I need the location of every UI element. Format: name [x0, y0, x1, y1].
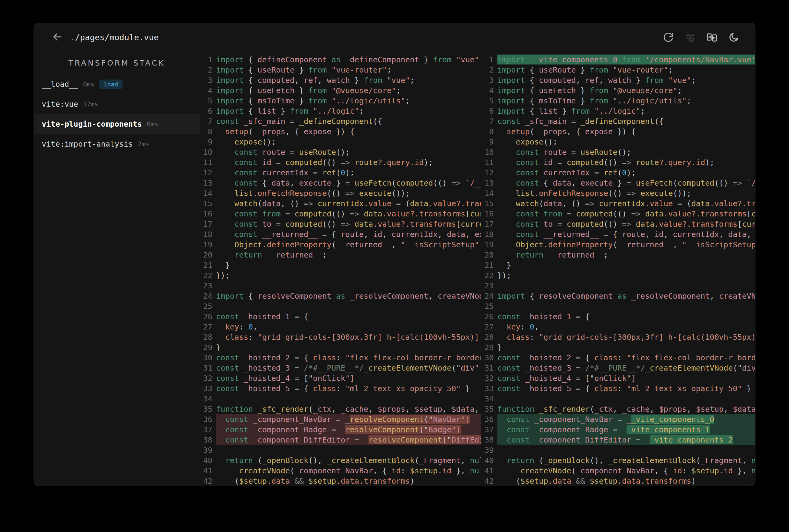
code-text: const id = computed(() => route?.query.i… [497, 157, 755, 168]
code-line: 14 list.onFetchResponse(() => execute())… [481, 188, 755, 198]
line-number: 19 [200, 240, 213, 250]
code-line: 38 const _component_DiffEditor = _resolv… [200, 435, 481, 445]
line-number: 12 [200, 168, 213, 178]
code-text: import { useRoute } from "vue-router"; [216, 65, 481, 75]
code-text: const _hoisted_5 = { class: "ml-2 text-x… [216, 383, 481, 394]
code-line: 8 setup(__props, { expose }) { [200, 126, 481, 137]
line-number: 11 [481, 157, 494, 168]
code-text: const { data, execute } = useFetch(compu… [497, 178, 755, 188]
code-text: expose(); [497, 137, 755, 147]
line-number: 6 [481, 106, 494, 116]
code-text: return (_openBlock(), _createElementBloc… [497, 455, 755, 466]
plugin-name: vite:vue [42, 100, 78, 109]
code-line: 11 const id = computed(() => route?.quer… [200, 157, 481, 168]
code-text: const route = useRoute(); [497, 147, 755, 157]
code-text: const _hoisted_3 = /*#__PURE__*/_createE… [216, 363, 481, 373]
code-line: 22}); [481, 270, 755, 281]
code-text: const _hoisted_5 = { class: "ml-2 text-x… [497, 383, 755, 394]
inspector-window: ./pages/module.vue TRANSFORM STACK __loa… [34, 23, 755, 486]
code-line: 5import { msToTime } from "../logic/util… [200, 96, 481, 106]
plugin-time: 0ms [147, 120, 158, 128]
code-text: const _component_NavBar = __vite_compone… [497, 414, 755, 424]
code-line: 1import { defineComponent as _defineComp… [200, 54, 481, 65]
line-number: 7 [481, 116, 494, 126]
code-line: 34 [481, 394, 755, 404]
transform-stack-heading: TRANSFORM STACK [34, 52, 200, 74]
line-number: 38 [481, 435, 494, 445]
line-number: 40 [200, 455, 213, 466]
header-bar: ./pages/module.vue [34, 23, 755, 52]
code-text: const from = computed(() => data.value?.… [216, 209, 481, 219]
code-line: 4import { useFetch } from "@vueuse/core"… [200, 85, 481, 96]
transform-stack-item[interactable]: vite-plugin-components0ms [34, 114, 200, 134]
code-text: const route = useRoute(); [216, 147, 481, 157]
dark-mode-icon[interactable] [727, 31, 740, 44]
transform-stack-item[interactable]: vite:import-analysis2ms [34, 134, 200, 154]
code-text: const _hoisted_1 = { [216, 311, 481, 322]
header-actions [662, 31, 740, 44]
back-button[interactable] [51, 31, 63, 44]
line-number: 27 [200, 322, 213, 332]
line-number: 16 [481, 209, 494, 219]
line-number: 35 [200, 404, 213, 414]
code-line: 18 const __returned__ = { route, id, cur… [481, 229, 755, 240]
line-number: 23 [481, 281, 494, 291]
line-number: 22 [481, 270, 494, 281]
code-line: 32const _hoisted_4 = ["onClick"] [481, 373, 755, 383]
line-number: 8 [200, 126, 213, 137]
code-text: expose(); [216, 137, 481, 147]
line-number: 2 [481, 65, 494, 75]
code-line: 20 return __returned__; [481, 250, 755, 260]
code-text: return __returned__; [497, 250, 755, 260]
line-number: 36 [200, 414, 213, 424]
line-number: 18 [481, 229, 494, 240]
line-number: 34 [481, 394, 494, 404]
transform-stack-item[interactable]: __load__0msload [34, 74, 200, 94]
code-text [216, 445, 481, 455]
line-number: 39 [481, 445, 494, 455]
code-line: 22}); [200, 270, 481, 281]
diff-pane-before[interactable]: 1import { defineComponent as _defineComp… [200, 52, 481, 486]
line-number: 30 [481, 353, 494, 363]
line-number: 9 [481, 137, 494, 147]
line-number: 35 [481, 404, 494, 414]
code-line: 39 [200, 445, 481, 455]
code-text: key: 0, [216, 322, 481, 332]
code-text: import { msToTime } from "../logic/utils… [216, 96, 481, 106]
code-line: 7const _sfc_main = _defineComponent({ [200, 116, 481, 126]
line-number: 20 [200, 250, 213, 260]
code-line: 26const _hoisted_1 = { [481, 311, 755, 322]
line-number: 33 [481, 383, 494, 394]
split-diff-icon[interactable] [705, 31, 718, 44]
code-text: watch(data, () => currentIdx.value = (da… [216, 198, 481, 209]
code-text: import { resolveComponent as _resolveCom… [216, 291, 481, 301]
code-line: 30const _hoisted_2 = { class: "flex flex… [481, 353, 755, 363]
code-text: return __returned__; [216, 250, 481, 260]
code-text: const _sfc_main = _defineComponent({ [216, 116, 481, 126]
code-text: } [497, 260, 755, 270]
code-text: import { computed, ref, watch } from "vu… [216, 75, 481, 85]
code-line: 26const _hoisted_1 = { [200, 311, 481, 322]
plugin-time: 17ms [83, 101, 98, 108]
code-text: const currentIdx = ref(0); [216, 168, 481, 178]
line-number: 4 [200, 85, 213, 96]
code-line: 28 class: "grid grid-cols-[300px,3fr] h-… [200, 332, 481, 342]
code-text: import { useFetch } from "@vueuse/core"; [216, 85, 481, 96]
line-number: 20 [481, 250, 494, 260]
code-text: list.onFetchResponse(() => execute()); [216, 188, 481, 198]
code-line: 41 _createVNode(_component_NavBar, { id:… [200, 466, 481, 476]
refresh-icon[interactable] [662, 31, 675, 44]
code-line: 8 setup(__props, { expose }) { [481, 126, 755, 137]
code-line: 16 const from = computed(() => data.valu… [481, 209, 755, 219]
inline-diff-icon[interactable] [684, 31, 696, 44]
diff-pane-after[interactable]: 1import __vite_components_0 from '/compo… [481, 52, 755, 486]
code-text: import __vite_components_0 from '/compon… [497, 54, 755, 65]
code-text: import { resolveComponent as _resolveCom… [497, 291, 755, 301]
line-number: 33 [200, 383, 213, 394]
code-line: 21 } [200, 260, 481, 270]
code-text: const _hoisted_3 = /*#__PURE__*/_createE… [497, 363, 755, 373]
line-number: 26 [200, 311, 213, 322]
code-line: 11 const id = computed(() => route?.quer… [481, 157, 755, 168]
code-line: 17 const to = computed(() => data.value?… [481, 219, 755, 229]
transform-stack-item[interactable]: vite:vue17ms [34, 94, 200, 114]
